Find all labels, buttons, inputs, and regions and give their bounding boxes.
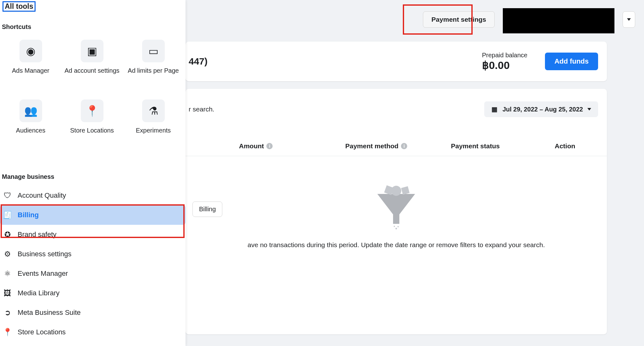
shortcut-label: Store Locations bbox=[70, 126, 114, 135]
menu-label: Events Manager bbox=[18, 269, 68, 278]
empty-state-message: ave no transactions during this period. … bbox=[247, 241, 545, 249]
flask-icon: ⚗ bbox=[149, 105, 158, 117]
svg-point-5 bbox=[396, 228, 397, 230]
menu-media-library[interactable]: 🖼 Media Library bbox=[0, 283, 186, 303]
shortcuts-grid: ◉ Ads Manager ▣ Ad account settings ▭ Ad… bbox=[0, 38, 186, 157]
menu-account-quality[interactable]: 🛡 Account Quality bbox=[0, 186, 186, 205]
all-tools-button[interactable]: All tools bbox=[3, 1, 36, 12]
badge-icon: ✪ bbox=[3, 230, 12, 239]
svg-point-7 bbox=[397, 226, 399, 227]
menu-billing[interactable]: 🧾 Billing bbox=[0, 205, 186, 225]
arrow-right-circle-icon: ➲ bbox=[3, 308, 12, 317]
svg-marker-0 bbox=[377, 194, 415, 214]
nodes-icon: ⚛ bbox=[3, 269, 12, 278]
col-payment-status: Payment status bbox=[451, 142, 500, 150]
billing-icon: 🧾 bbox=[3, 211, 12, 219]
svg-rect-4 bbox=[401, 186, 410, 195]
menu-label: Store Locations bbox=[18, 328, 66, 336]
shield-icon: 🛡 bbox=[3, 191, 12, 200]
date-range-label: Jul 29, 2022 – Aug 25, 2022 bbox=[502, 106, 583, 113]
pin-icon: 📍 bbox=[3, 328, 12, 337]
device-icon: ▭ bbox=[148, 45, 158, 57]
people-icon: 👥 bbox=[24, 105, 37, 117]
info-icon[interactable]: i bbox=[266, 143, 273, 149]
prepaid-balance-amount: ฿0.00 bbox=[482, 59, 528, 71]
compass-icon: ◉ bbox=[26, 45, 36, 57]
top-bar: Payment settings bbox=[186, 0, 644, 41]
col-amount: Amount bbox=[239, 142, 264, 150]
shortcut-label: Experiments bbox=[136, 126, 171, 135]
col-action: Action bbox=[555, 142, 575, 150]
account-dropdown[interactable] bbox=[623, 11, 635, 28]
billing-tooltip: Billing bbox=[192, 201, 222, 217]
menu-events-manager[interactable]: ⚛ Events Manager bbox=[0, 264, 186, 283]
info-icon[interactable]: i bbox=[401, 143, 407, 149]
shortcut-ad-limits-per-page[interactable]: ▭ Ad limits per Page bbox=[123, 38, 184, 98]
shortcut-label: Ad limits per Page bbox=[128, 66, 179, 75]
all-tools-sidebar: All tools Shortcuts ◉ Ads Manager ▣ Ad a… bbox=[0, 0, 186, 346]
shortcut-label: Ad account settings bbox=[64, 66, 119, 75]
shortcut-store-locations[interactable]: 📍 Store Locations bbox=[61, 98, 123, 157]
menu-label: Business settings bbox=[18, 250, 71, 258]
manage-business-heading: Manage business bbox=[2, 173, 54, 180]
shortcut-label: Ads Manager bbox=[12, 66, 49, 75]
date-range-picker[interactable]: ▦ Jul 29, 2022 – Aug 25, 2022 bbox=[484, 101, 598, 117]
manage-business-menu: 🛡 Account Quality 🧾 Billing ✪ Brand safe… bbox=[0, 186, 186, 342]
menu-label: Account Quality bbox=[18, 191, 66, 200]
menu-brand-safety[interactable]: ✪ Brand safety bbox=[0, 225, 186, 244]
account-id-suffix: 447) bbox=[189, 56, 208, 67]
shortcuts-heading: Shortcuts bbox=[2, 23, 31, 31]
svg-point-6 bbox=[394, 226, 395, 227]
funnel-icon bbox=[374, 184, 418, 232]
chevron-down-icon bbox=[627, 18, 631, 21]
image-icon: 🖼 bbox=[3, 289, 12, 298]
col-payment-method: Payment method bbox=[345, 142, 398, 150]
transactions-card: r search. ▦ Jul 29, 2022 – Aug 25, 2022 … bbox=[186, 89, 607, 334]
prepaid-balance-card: 447) Prepaid balance ฿0.00 Add funds bbox=[186, 42, 607, 81]
settings-card-icon: ▣ bbox=[87, 45, 97, 57]
menu-meta-business-suite[interactable]: ➲ Meta Business Suite bbox=[0, 303, 186, 322]
shortcut-ad-account-settings[interactable]: ▣ Ad account settings bbox=[61, 38, 123, 98]
menu-label: Meta Business Suite bbox=[18, 309, 81, 317]
menu-business-settings[interactable]: ⚙ Business settings bbox=[0, 244, 186, 264]
transactions-table-header: Amount i Payment method i Payment status… bbox=[186, 137, 607, 156]
shortcut-audiences[interactable]: 👥 Audiences bbox=[0, 98, 61, 157]
menu-label: Brand safety bbox=[18, 230, 57, 239]
menu-label: Billing bbox=[18, 211, 39, 219]
search-hint-text: r search. bbox=[189, 105, 214, 113]
chevron-down-icon bbox=[587, 108, 591, 111]
add-funds-button[interactable]: Add funds bbox=[545, 53, 598, 70]
shortcut-ads-manager[interactable]: ◉ Ads Manager bbox=[0, 38, 61, 98]
payment-settings-button[interactable]: Payment settings bbox=[423, 11, 495, 28]
prepaid-balance-label: Prepaid balance bbox=[482, 52, 528, 59]
svg-rect-1 bbox=[393, 214, 399, 224]
calendar-icon: ▦ bbox=[491, 106, 498, 113]
gear-icon: ⚙ bbox=[3, 250, 12, 258]
menu-label: Media Library bbox=[18, 289, 59, 297]
menu-store-locations[interactable]: 📍 Store Locations bbox=[0, 322, 186, 342]
pin-icon: 📍 bbox=[86, 105, 99, 117]
account-name-redacted bbox=[503, 8, 614, 33]
shortcut-label: Audiences bbox=[16, 126, 45, 135]
empty-state: ave no transactions during this period. … bbox=[186, 184, 607, 249]
shortcut-experiments[interactable]: ⚗ Experiments bbox=[123, 98, 184, 157]
